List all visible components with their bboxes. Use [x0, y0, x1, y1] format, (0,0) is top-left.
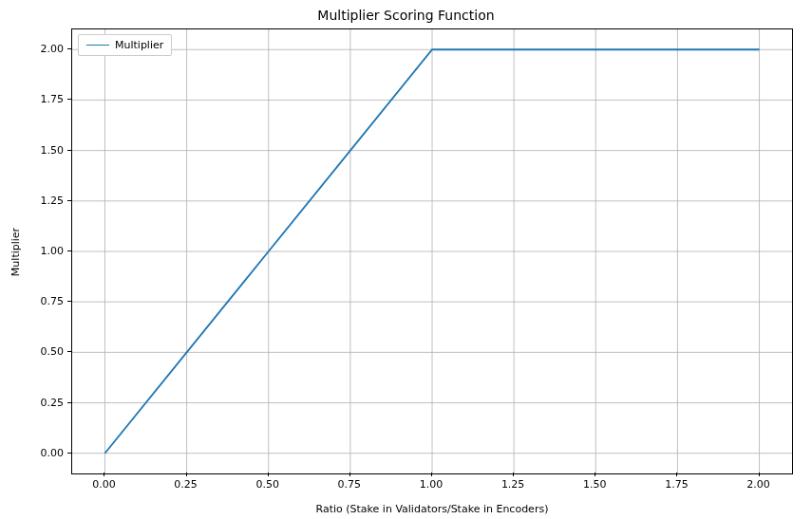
x-tick-mark: [759, 473, 760, 476]
y-tick-mark: [67, 301, 71, 302]
y-tick-mark: [67, 150, 71, 151]
y-tick-mark: [67, 453, 71, 454]
y-tick-label: 2.00: [26, 43, 64, 55]
chart-axes: [71, 28, 793, 474]
y-tick-mark: [67, 48, 71, 49]
y-tick-label: 0.75: [26, 295, 64, 307]
x-tick-label: 1.75: [665, 478, 689, 491]
x-tick-mark: [268, 473, 269, 476]
legend-swatch: [86, 45, 109, 46]
chart-title: Multiplier Scoring Function: [0, 8, 812, 23]
legend: Multiplier: [78, 34, 172, 56]
x-tick-mark: [595, 473, 595, 476]
legend-label: Multiplier: [115, 39, 163, 51]
x-tick-mark: [513, 473, 514, 476]
y-tick-mark: [67, 200, 71, 201]
y-tick-mark: [67, 351, 71, 352]
x-tick-mark: [186, 473, 187, 476]
x-tick-label: 1.25: [501, 478, 525, 491]
y-tick-label: 0.25: [26, 396, 64, 408]
y-tick-label: 1.25: [26, 194, 64, 206]
x-tick-mark: [104, 473, 104, 476]
y-tick-label: 1.75: [26, 93, 64, 105]
y-tick-mark: [67, 250, 71, 251]
chart-svg: [72, 29, 792, 473]
x-tick-label: 0.50: [255, 478, 279, 491]
x-tick-mark: [431, 473, 432, 476]
x-axis-label: Ratio (Stake in Validators/Stake in Enco…: [71, 503, 793, 515]
y-tick-label: 0.00: [26, 446, 64, 458]
y-axis-label: Multiplier: [9, 28, 23, 474]
chart-grid: [72, 29, 792, 473]
chart-figure: Multiplier Scoring Function Multiplier R…: [0, 0, 812, 519]
x-tick-mark: [676, 473, 677, 476]
x-tick-label: 1.50: [583, 478, 607, 491]
x-tick-label: 1.00: [420, 478, 444, 491]
y-tick-label: 0.50: [26, 345, 64, 358]
y-tick-mark: [67, 402, 71, 403]
x-tick-mark: [349, 473, 350, 476]
x-tick-label: 0.75: [338, 478, 362, 491]
y-tick-label: 1.00: [26, 245, 64, 257]
y-tick-mark: [67, 99, 71, 100]
x-tick-label: 0.25: [174, 478, 198, 491]
y-tick-label: 1.50: [26, 143, 64, 156]
x-tick-label: 2.00: [746, 478, 770, 491]
x-tick-label: 0.00: [92, 478, 116, 491]
